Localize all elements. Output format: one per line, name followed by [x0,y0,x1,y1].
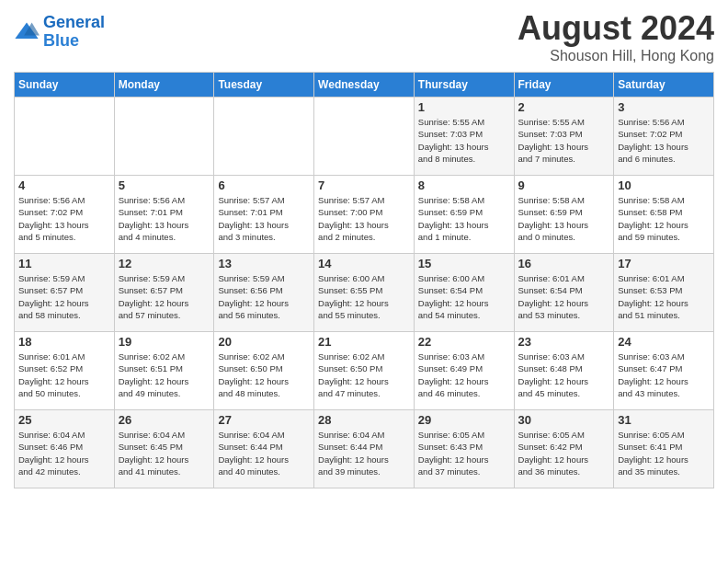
calendar-cell: 15Sunrise: 6:00 AM Sunset: 6:54 PM Dayli… [414,254,514,332]
day-number: 17 [618,257,710,270]
calendar-cell: 12Sunrise: 5:59 AM Sunset: 6:57 PM Dayli… [114,254,214,332]
day-number: 9 [518,178,610,192]
day-info: Sunrise: 6:01 AM Sunset: 6:53 PM Dayligh… [618,272,710,321]
calendar-cell: 22Sunrise: 6:03 AM Sunset: 6:49 PM Dayli… [414,332,514,410]
title-area: August 2024 Shouson Hill, Hong Kong [518,9,714,64]
calendar-cell: 3Sunrise: 5:56 AM Sunset: 7:02 PM Daylig… [614,98,714,176]
day-info: Sunrise: 6:03 AM Sunset: 6:49 PM Dayligh… [418,350,510,399]
calendar-header-row: SundayMondayTuesdayWednesdayThursdayFrid… [15,73,714,98]
day-number: 22 [418,335,510,349]
calendar-subtitle: Shouson Hill, Hong Kong [518,48,714,64]
calendar-title: August 2024 [518,9,714,48]
day-info: Sunrise: 6:02 AM Sunset: 6:50 PM Dayligh… [218,350,310,399]
day-info: Sunrise: 6:01 AM Sunset: 6:52 PM Dayligh… [18,350,110,399]
day-number: 15 [418,257,510,270]
calendar-cell: 30Sunrise: 6:05 AM Sunset: 6:42 PM Dayli… [514,410,614,488]
calendar-cell [15,98,115,176]
day-number: 25 [18,413,110,427]
calendar-cell: 24Sunrise: 6:03 AM Sunset: 6:47 PM Dayli… [614,332,714,410]
calendar-cell: 1Sunrise: 5:55 AM Sunset: 7:03 PM Daylig… [414,98,514,176]
calendar-cell: 16Sunrise: 6:01 AM Sunset: 6:54 PM Dayli… [514,254,614,332]
day-number: 12 [119,257,210,270]
day-info: Sunrise: 6:05 AM Sunset: 6:41 PM Dayligh… [618,429,710,477]
day-number: 16 [518,257,610,270]
day-info: Sunrise: 5:56 AM Sunset: 7:02 PM Dayligh… [618,116,710,165]
day-number: 19 [119,335,210,349]
day-info: Sunrise: 6:04 AM Sunset: 6:44 PM Dayligh… [318,429,410,477]
calendar-row: 18Sunrise: 6:01 AM Sunset: 6:52 PM Dayli… [15,332,714,410]
day-number: 28 [318,413,410,427]
day-info: Sunrise: 6:05 AM Sunset: 6:43 PM Dayligh… [418,429,510,477]
col-header-wednesday: Wednesday [314,73,415,98]
col-header-tuesday: Tuesday [214,73,314,98]
calendar-cell: 14Sunrise: 6:00 AM Sunset: 6:55 PM Dayli… [314,254,415,332]
day-info: Sunrise: 6:01 AM Sunset: 6:54 PM Dayligh… [518,272,610,321]
calendar-cell: 7Sunrise: 5:57 AM Sunset: 7:00 PM Daylig… [314,176,415,254]
day-number: 7 [318,178,410,192]
calendar-cell: 23Sunrise: 6:03 AM Sunset: 6:48 PM Dayli… [514,332,614,410]
logo-text: General Blue [43,14,105,51]
col-header-sunday: Sunday [15,73,115,98]
calendar-cell: 13Sunrise: 5:59 AM Sunset: 6:56 PM Dayli… [214,254,314,332]
day-info: Sunrise: 6:04 AM Sunset: 6:45 PM Dayligh… [119,429,210,477]
day-info: Sunrise: 5:59 AM Sunset: 6:57 PM Dayligh… [119,272,210,321]
day-info: Sunrise: 5:55 AM Sunset: 7:03 PM Dayligh… [518,116,610,165]
day-info: Sunrise: 5:57 AM Sunset: 7:01 PM Dayligh… [218,194,310,243]
calendar-cell: 17Sunrise: 6:01 AM Sunset: 6:53 PM Dayli… [614,254,714,332]
col-header-thursday: Thursday [414,73,514,98]
day-number: 3 [618,100,710,114]
day-info: Sunrise: 6:04 AM Sunset: 6:44 PM Dayligh… [218,429,310,477]
calendar-cell: 10Sunrise: 5:58 AM Sunset: 6:58 PM Dayli… [614,176,714,254]
day-number: 10 [618,178,710,192]
day-number: 13 [218,257,310,270]
day-number: 24 [618,335,710,349]
calendar-cell: 26Sunrise: 6:04 AM Sunset: 6:45 PM Dayli… [114,410,214,488]
day-number: 29 [418,413,510,427]
calendar-cell [314,98,415,176]
logo: General Blue [14,14,105,51]
calendar-cell: 25Sunrise: 6:04 AM Sunset: 6:46 PM Dayli… [15,410,115,488]
day-number: 6 [218,178,310,192]
calendar-cell: 29Sunrise: 6:05 AM Sunset: 6:43 PM Dayli… [414,410,514,488]
logo-icon [14,19,40,45]
day-info: Sunrise: 5:58 AM Sunset: 6:59 PM Dayligh… [518,194,610,243]
day-info: Sunrise: 6:02 AM Sunset: 6:51 PM Dayligh… [119,350,210,399]
calendar-cell: 20Sunrise: 6:02 AM Sunset: 6:50 PM Dayli… [214,332,314,410]
day-info: Sunrise: 5:58 AM Sunset: 6:59 PM Dayligh… [418,194,510,243]
calendar-row: 1Sunrise: 5:55 AM Sunset: 7:03 PM Daylig… [15,98,714,176]
header: General Blue August 2024 Shouson Hill, H… [14,9,714,64]
day-number: 5 [119,178,210,192]
calendar-cell: 27Sunrise: 6:04 AM Sunset: 6:44 PM Dayli… [214,410,314,488]
col-header-friday: Friday [514,73,614,98]
calendar-cell: 4Sunrise: 5:56 AM Sunset: 7:02 PM Daylig… [15,176,115,254]
day-info: Sunrise: 6:02 AM Sunset: 6:50 PM Dayligh… [318,350,410,399]
day-info: Sunrise: 5:56 AM Sunset: 7:02 PM Dayligh… [18,194,110,243]
day-info: Sunrise: 5:57 AM Sunset: 7:00 PM Dayligh… [318,194,410,243]
calendar-cell: 5Sunrise: 5:56 AM Sunset: 7:01 PM Daylig… [114,176,214,254]
day-info: Sunrise: 6:00 AM Sunset: 6:54 PM Dayligh… [418,272,510,321]
day-info: Sunrise: 6:05 AM Sunset: 6:42 PM Dayligh… [518,429,610,477]
day-info: Sunrise: 6:03 AM Sunset: 6:48 PM Dayligh… [518,350,610,399]
day-number: 23 [518,335,610,349]
calendar-cell [114,98,214,176]
calendar-cell: 6Sunrise: 5:57 AM Sunset: 7:01 PM Daylig… [214,176,314,254]
calendar-row: 25Sunrise: 6:04 AM Sunset: 6:46 PM Dayli… [15,410,714,488]
day-number: 1 [418,100,510,114]
calendar-row: 4Sunrise: 5:56 AM Sunset: 7:02 PM Daylig… [15,176,714,254]
day-number: 30 [518,413,610,427]
calendar-cell [214,98,314,176]
day-number: 21 [318,335,410,349]
day-number: 4 [18,178,110,192]
day-info: Sunrise: 6:04 AM Sunset: 6:46 PM Dayligh… [18,429,110,477]
day-info: Sunrise: 5:59 AM Sunset: 6:56 PM Dayligh… [218,272,310,321]
col-header-monday: Monday [114,73,214,98]
day-number: 14 [318,257,410,270]
day-info: Sunrise: 5:58 AM Sunset: 6:58 PM Dayligh… [618,194,710,243]
day-info: Sunrise: 6:00 AM Sunset: 6:55 PM Dayligh… [318,272,410,321]
day-number: 27 [218,413,310,427]
day-info: Sunrise: 6:03 AM Sunset: 6:47 PM Dayligh… [618,350,710,399]
day-info: Sunrise: 5:59 AM Sunset: 6:57 PM Dayligh… [18,272,110,321]
calendar-table: SundayMondayTuesdayWednesdayThursdayFrid… [14,72,714,488]
calendar-cell: 28Sunrise: 6:04 AM Sunset: 6:44 PM Dayli… [314,410,415,488]
calendar-cell: 2Sunrise: 5:55 AM Sunset: 7:03 PM Daylig… [514,98,614,176]
